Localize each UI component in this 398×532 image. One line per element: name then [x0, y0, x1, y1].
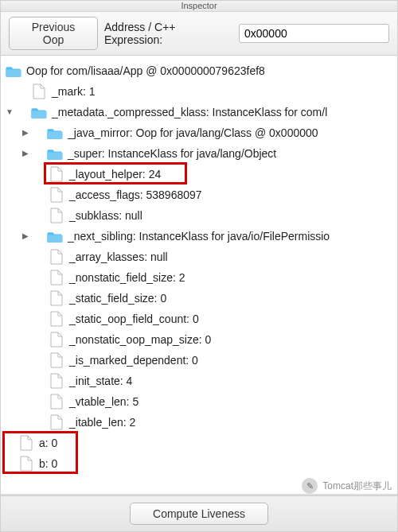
- tree-label: _layout_helper: 24: [69, 164, 161, 184]
- chevron-right-icon[interactable]: ▶: [20, 148, 31, 159]
- tree-label: Oop for com/lisaaa/App @ 0x000000079623f…: [26, 60, 265, 81]
- file-icon: [49, 332, 64, 348]
- tree-row-static-oop-field-count[interactable]: _static_oop_field_count: 0: [4, 309, 394, 329]
- address-label: Address / C++ Expression:: [104, 21, 232, 46]
- file-icon: [18, 435, 34, 451]
- tree-row-mark[interactable]: _mark: 1: [4, 81, 394, 102]
- tree-row-is-marked-dependent[interactable]: _is_marked_dependent: 0: [4, 350, 394, 371]
- file-icon: [49, 414, 64, 430]
- file-icon: [49, 208, 64, 223]
- address-input[interactable]: [239, 24, 389, 43]
- wechat-icon: ✎: [302, 478, 318, 494]
- tree-row-vtable-len[interactable]: _vtable_len: 5: [4, 391, 394, 412]
- folder-icon: [47, 146, 63, 161]
- tree-row-itable-len[interactable]: _itable_len: 2: [4, 412, 394, 433]
- tree-label: _static_oop_field_count: 0: [69, 309, 199, 329]
- folder-icon: [47, 228, 63, 244]
- file-icon: [31, 83, 47, 99]
- tree-row-array-klasses[interactable]: _array_klasses: null: [4, 247, 394, 267]
- toolbar: Previous Oop Address / C++ Expression:: [1, 12, 397, 56]
- tree-row-metadata[interactable]: ▼ _metadata._compressed_klass: InstanceK…: [4, 102, 394, 122]
- tree-row-access-flags[interactable]: _access_flags: 538968097: [4, 184, 394, 205]
- tree-label: _super: InstanceKlass for java/lang/Obje…: [68, 143, 276, 164]
- tree-label: _access_flags: 538968097: [69, 184, 202, 205]
- tree-label: _vtable_len: 5: [69, 391, 139, 412]
- tree-label: _itable_len: 2: [69, 412, 135, 433]
- chevron-right-icon[interactable]: ▶: [20, 231, 31, 242]
- tree-label: _nonstatic_oop_map_size: 0: [69, 329, 211, 350]
- watermark-text: Tomcat那些事儿: [322, 480, 392, 493]
- tree-label: _is_marked_dependent: 0: [69, 350, 198, 371]
- tree-row-next-sibling[interactable]: ▶ _next_sibling: InstanceKlass for java/…: [4, 226, 394, 247]
- file-icon: [49, 166, 64, 182]
- file-icon: [49, 249, 64, 265]
- tree-row-super[interactable]: ▶ _super: InstanceKlass for java/lang/Ob…: [4, 143, 394, 164]
- file-icon: [49, 373, 64, 389]
- tree-label: a: 0: [39, 433, 57, 453]
- tree-row-nonstatic-oop-map-size[interactable]: _nonstatic_oop_map_size: 0: [4, 329, 394, 350]
- bottom-bar: Compute Liveness: [1, 495, 397, 531]
- tree-row-layout-helper[interactable]: _layout_helper: 24: [4, 164, 394, 184]
- folder-icon: [47, 125, 63, 141]
- chevron-right-icon[interactable]: ▶: [20, 127, 31, 138]
- file-icon: [18, 456, 34, 472]
- tree-label: _static_field_size: 0: [69, 288, 166, 309]
- tree-label: _nonstatic_field_size: 2: [69, 267, 185, 288]
- file-icon: [49, 311, 64, 327]
- file-icon: [49, 270, 64, 285]
- tree-row-nonstatic-field-size[interactable]: _nonstatic_field_size: 2: [4, 267, 394, 288]
- folder-icon: [6, 63, 21, 79]
- title-bar: Inspector: [1, 1, 397, 12]
- inspector-window: Inspector Previous Oop Address / C++ Exp…: [0, 0, 398, 532]
- chevron-down-icon[interactable]: ▼: [4, 107, 15, 118]
- tree-label: _java_mirror: Oop for java/lang/Class @ …: [68, 122, 318, 143]
- tree-label: _metadata._compressed_klass: InstanceKla…: [52, 102, 327, 122]
- file-icon: [49, 394, 64, 410]
- watermark: ✎ Tomcat那些事儿: [302, 478, 392, 494]
- tree-label: _init_state: 4: [69, 371, 132, 391]
- folder-icon: [31, 104, 47, 120]
- file-icon: [49, 187, 64, 203]
- tree-label: _array_klasses: null: [69, 247, 168, 267]
- tree-row-root[interactable]: Oop for com/lisaaa/App @ 0x000000079623f…: [4, 60, 394, 81]
- tree-row-b[interactable]: b: 0: [4, 453, 394, 474]
- window-title: Inspector: [181, 1, 217, 10]
- compute-liveness-button[interactable]: Compute Liveness: [130, 503, 268, 525]
- tree-row-static-field-size[interactable]: _static_field_size: 0: [4, 288, 394, 309]
- tree-row-a[interactable]: a: 0: [4, 433, 394, 453]
- tree-row-java-mirror[interactable]: ▶ _java_mirror: Oop for java/lang/Class …: [4, 122, 394, 143]
- file-icon: [49, 352, 64, 368]
- tree-label: b: 0: [39, 453, 57, 474]
- tree-view[interactable]: Oop for com/lisaaa/App @ 0x000000079623f…: [1, 56, 397, 494]
- tree-label: _next_sibling: InstanceKlass for java/io…: [68, 226, 330, 247]
- previous-oop-button[interactable]: Previous Oop: [9, 17, 98, 50]
- tree-row-subklass[interactable]: _subklass: null: [4, 205, 394, 226]
- tree-row-init-state[interactable]: _init_state: 4: [4, 371, 394, 391]
- tree-label: _subklass: null: [69, 205, 142, 226]
- tree-label: _mark: 1: [52, 81, 95, 102]
- file-icon: [49, 290, 64, 306]
